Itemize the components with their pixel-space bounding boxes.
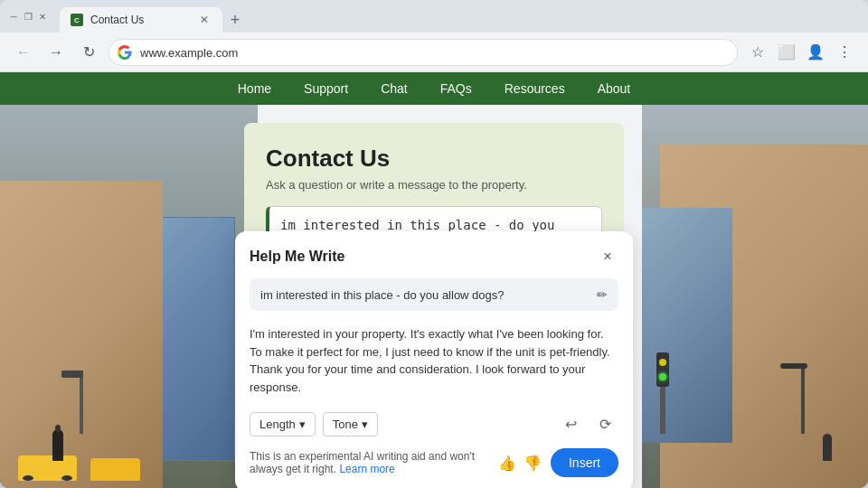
minimize-button[interactable]: ─ [7,10,20,23]
refresh-button[interactable]: ⟳ [591,410,618,437]
panel-close-button[interactable]: × [597,246,618,267]
contact-title: Contact Us [266,145,602,173]
title-bar: ─ ❐ ✕ C Contact Us ✕ + [0,0,868,33]
thumbs-up-button[interactable]: 👍 [496,453,518,474]
tab-close-button[interactable]: ✕ [197,13,212,27]
nav-item-support[interactable]: Support [288,74,364,103]
nav-item-faqs[interactable]: FAQs [424,74,488,103]
site-nav: Home Support Chat FAQs Resources About [0,72,868,105]
contact-card: Contact Us Ask a question or write a mes… [244,123,624,488]
address-input-wrapper: www.example.com [108,39,738,66]
nav-item-about[interactable]: About [581,74,647,103]
address-bar: ← → ↻ www.example.com ☆ ⬜ 👤 ⋮ [0,33,868,72]
active-tab[interactable]: C Contact Us ✕ [60,7,222,33]
insert-button[interactable]: Insert [551,448,618,477]
tone-dropdown[interactable]: Tone ▾ [323,412,378,436]
tone-label: Tone [333,418,358,431]
forward-button[interactable]: → [43,40,69,65]
back-button[interactable]: ← [11,40,36,65]
panel-footer: This is an experimental AI writing aid a… [250,448,618,477]
website-content: Home Support Chat FAQs Resources About [0,72,868,488]
panel-title: Help Me Write [250,249,345,265]
learn-more-link[interactable]: Learn more [339,463,394,475]
tabs-bar: C Contact Us ✕ + [60,0,861,33]
prompt-display: im interested in this place - do you all… [250,278,618,311]
reload-button[interactable]: ↻ [76,40,101,65]
bookmark-button[interactable]: ☆ [745,40,770,65]
footer-disclaimer: This is an experimental AI writing aid a… [250,450,489,475]
new-tab-button[interactable]: + [222,7,248,33]
thumbs-down-button[interactable]: 👎 [522,453,543,474]
screenshot-button[interactable]: ⬜ [774,40,799,65]
menu-button[interactable]: ⋮ [832,40,857,65]
length-chevron-icon: ▾ [299,418,306,431]
undo-button[interactable]: ↩ [557,410,584,437]
nav-item-resources[interactable]: Resources [488,74,581,103]
tone-chevron-icon: ▾ [362,418,368,431]
feedback-buttons: 👍 👎 [496,453,543,474]
url-display[interactable]: www.example.com [108,39,738,66]
main-content: Contact Us Ask a question or write a mes… [0,105,868,488]
panel-controls: Length ▾ Tone ▾ ↩ ⟳ [250,410,618,437]
contact-subtitle: Ask a question or write a message to the… [266,178,602,192]
length-label: Length [259,418,296,431]
maximize-button[interactable]: ❐ [22,10,34,23]
google-icon [118,45,132,60]
profile-button[interactable]: 👤 [803,40,828,65]
close-button[interactable]: ✕ [36,10,49,23]
browser-frame: ─ ❐ ✕ C Contact Us ✕ + ← → ↻ www.example… [0,0,868,488]
length-dropdown[interactable]: Length ▾ [250,412,316,436]
toolbar-icons: ☆ ⬜ 👤 ⋮ [745,40,857,65]
nav-item-home[interactable]: Home [222,74,288,103]
help-write-panel: Help Me Write × im interested in this pl… [235,231,633,488]
window-controls: ─ ❐ ✕ [7,10,49,23]
edit-icon[interactable]: ✏ [597,287,608,302]
tab-title-text: Contact Us [90,14,190,26]
panel-header: Help Me Write × [250,246,618,267]
nav-item-chat[interactable]: Chat [364,74,424,103]
prompt-text: im interested in this place - do you all… [260,288,505,302]
generated-text: I'm interested in your property. It's ex… [250,322,618,399]
tab-favicon: C [71,14,83,26]
